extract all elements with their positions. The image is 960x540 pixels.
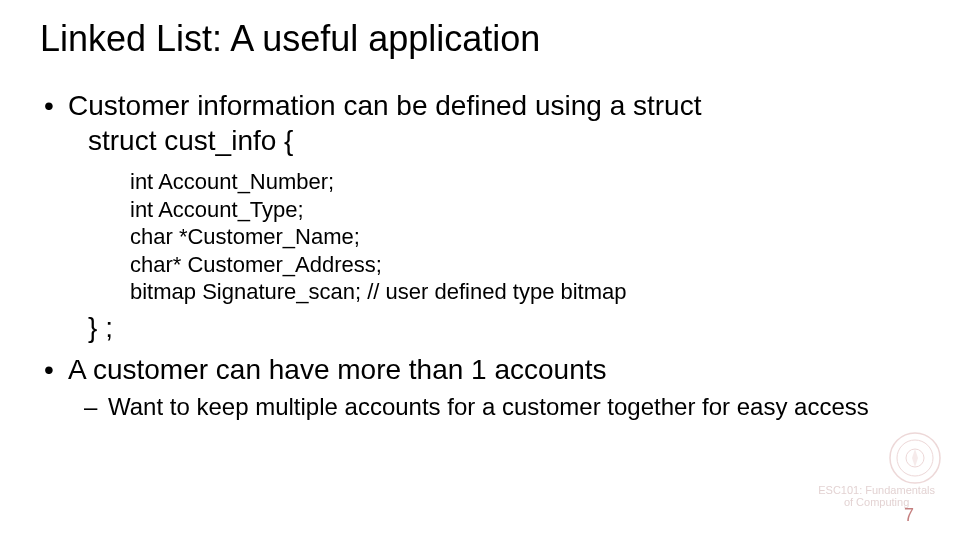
page-number: 7 xyxy=(904,505,914,526)
code-line: bitmap Signature_scan; // user defined t… xyxy=(130,278,920,306)
footer-course-label: ESC101: Fundamentals of Computing xyxy=(818,484,935,508)
code-line: char* Customer_Address; xyxy=(130,251,920,279)
code-line: int Account_Number; xyxy=(130,168,920,196)
bullet-2: A customer can have more than 1 accounts xyxy=(40,352,920,387)
struct-declaration: struct cust_info { xyxy=(40,123,920,158)
slide-body: Customer information can be defined usin… xyxy=(40,88,920,422)
bullet-2-sub: Want to keep multiple accounts for a cus… xyxy=(40,391,920,422)
bullet-1: Customer information can be defined usin… xyxy=(40,88,920,123)
institution-seal-icon xyxy=(888,431,942,485)
code-line: char *Customer_Name; xyxy=(130,223,920,251)
code-line: int Account_Type; xyxy=(130,196,920,224)
struct-close: } ; xyxy=(40,312,920,344)
slide-title: Linked List: A useful application xyxy=(40,18,540,60)
code-block: int Account_Number; int Account_Type; ch… xyxy=(40,168,920,306)
